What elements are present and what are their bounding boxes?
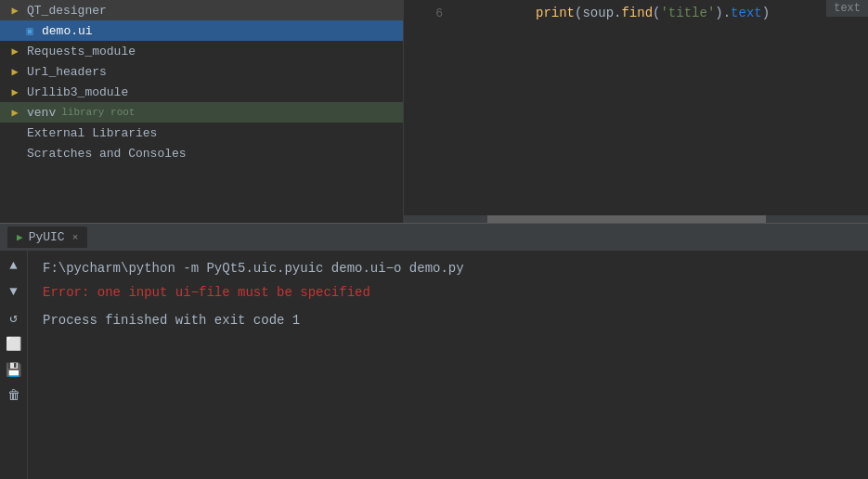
sidebar-item-label: demo.ui bbox=[42, 24, 93, 38]
sidebar-item-urllib3[interactable]: ▶ Urllib3_module bbox=[0, 82, 403, 102]
scroll-down-button[interactable]: ▼ bbox=[5, 282, 23, 301]
line-number: 6 bbox=[415, 6, 443, 20]
sidebar-item-url-headers[interactable]: ▶ Url_headers bbox=[0, 61, 403, 82]
rerun-button[interactable]: ↺ bbox=[5, 308, 23, 327]
sidebar-item-label: Requests_module bbox=[27, 45, 136, 58]
run-panel: ▶ PyUIC × bbox=[0, 223, 868, 251]
sidebar-item-label: Scratches and Consoles bbox=[27, 147, 187, 161]
file-icon: ▣ bbox=[22, 24, 37, 38]
top-right-tab: text bbox=[826, 0, 868, 17]
stop-button[interactable]: ⬜ bbox=[5, 334, 23, 353]
code-text: print(soup.find('title').text) bbox=[458, 0, 770, 35]
console-line-error: Error: one input ui−file must be specifi… bbox=[43, 282, 853, 303]
sidebar-item-label: venv bbox=[27, 106, 56, 120]
library-root-badge: library root bbox=[61, 107, 135, 118]
save-button[interactable]: 💾 bbox=[5, 360, 23, 379]
code-content: text 6 print(soup.find('title').text) bbox=[404, 0, 868, 215]
console-line-command: F:\pycharm\python -m PyQt5.uic.pyuic dem… bbox=[43, 258, 853, 278]
folder-icon: ▶ bbox=[7, 65, 22, 79]
console-line-exit: Process finished with exit code 1 bbox=[43, 310, 853, 330]
sidebar-item-label: Url_headers bbox=[27, 65, 107, 79]
trash-button[interactable]: 🗑 bbox=[5, 386, 23, 405]
folder-icon: ▶ bbox=[7, 106, 22, 120]
run-tab[interactable]: ▶ PyUIC × bbox=[7, 227, 87, 248]
run-tab-label: PyUIC bbox=[29, 230, 65, 244]
play-icon: ▶ bbox=[17, 231, 23, 243]
code-editor: text 6 print(soup.find('title').text) bbox=[404, 0, 868, 223]
sidebar-item-qt-designer[interactable]: ▶ QT_designer bbox=[0, 0, 403, 20]
console-area: ▲ ▼ ↺ ⬜ 💾 🗑 F:\pycharm\python -m PyQt5.u… bbox=[0, 251, 868, 479]
sidebar-item-requests[interactable]: ▶ Requests_module bbox=[0, 41, 403, 61]
console-output: F:\pycharm\python -m PyQt5.uic.pyuic dem… bbox=[28, 251, 868, 479]
sidebar-item-venv[interactable]: ▶ venv library root bbox=[0, 102, 403, 123]
sidebar-item-label: Urllib3_module bbox=[27, 85, 128, 99]
code-function: print bbox=[536, 6, 575, 20]
folder-icon: ▶ bbox=[7, 4, 22, 18]
sidebar: ▶ QT_designer ▣ demo.ui ▶ Requests_modul… bbox=[0, 0, 404, 223]
sidebar-item-external-libs[interactable]: External Libraries bbox=[0, 123, 403, 143]
close-icon[interactable]: × bbox=[72, 232, 79, 243]
folder-icon: ▶ bbox=[7, 45, 22, 58]
sidebar-item-label: QT_designer bbox=[27, 4, 107, 18]
scroll-up-button[interactable]: ▲ bbox=[5, 256, 23, 275]
sidebar-item-demo-ui[interactable]: ▣ demo.ui bbox=[0, 20, 403, 41]
folder-icon: ▶ bbox=[7, 85, 22, 99]
code-line-6: 6 print(soup.find('title').text) bbox=[404, 4, 868, 22]
console-toolbar: ▲ ▼ ↺ ⬜ 💾 🗑 bbox=[0, 251, 28, 479]
sidebar-item-scratches[interactable]: Scratches and Consoles bbox=[0, 143, 403, 163]
code-scrollbar-thumb[interactable] bbox=[487, 215, 766, 223]
sidebar-item-label: External Libraries bbox=[27, 126, 157, 140]
code-scrollbar[interactable] bbox=[404, 215, 868, 223]
